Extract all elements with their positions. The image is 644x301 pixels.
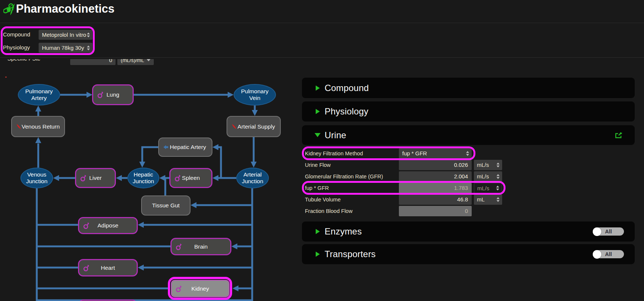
spinner-arrows-icon <box>496 174 500 179</box>
flask-icon <box>83 222 90 229</box>
collapsed-triangle-icon <box>316 85 320 91</box>
node-pulmonary-vein[interactable]: Pulmonary Vein <box>234 84 276 106</box>
clipped-parameter-input[interactable]: 0 <box>70 59 116 65</box>
node-label: Brain <box>194 243 208 250</box>
node-hepatic-artery[interactable]: Hepatic Artery <box>158 137 212 157</box>
fraction-blood-flow-input: 0 <box>399 206 472 216</box>
node-label: Spleen <box>182 175 200 181</box>
node-lung[interactable]: Lung <box>92 84 134 105</box>
field-label-kidney-filtration-method: Kidney Filtration Method <box>305 148 363 159</box>
collapsed-triangle-icon <box>316 252 320 257</box>
node-label: Heart <box>101 265 115 271</box>
node-venous-return[interactable]: Venous Return <box>11 116 65 137</box>
field-label-gfr: Glomerular Filtration Rate (GFR) <box>305 171 383 182</box>
node-label: Venous Junction <box>24 171 50 185</box>
clipped-parameter-row: Specific PStc 0 (mL/s)/mL <box>0 59 186 65</box>
collapsed-triangle-icon <box>316 229 320 234</box>
node-pulmonary-artery[interactable]: Pulmonary Artery <box>18 84 60 106</box>
field-label-urine-flow: Urine Flow <box>305 160 331 170</box>
field-label-tubule-volume: Tubule Volume <box>305 194 341 205</box>
kidney-filtration-method-select[interactable]: fup * GFR <box>399 148 472 159</box>
spinner-arrows-icon <box>496 163 500 168</box>
spinner-arrows-icon <box>87 45 90 50</box>
node-label: Kidney <box>191 285 209 292</box>
node-partial-bottom[interactable] <box>79 300 136 301</box>
section-physiology[interactable]: Physiology <box>302 101 635 122</box>
spinner-arrows-icon <box>496 186 499 191</box>
spinner-arrows-icon <box>496 197 500 202</box>
page-title: Pharmacokinetics <box>16 2 114 16</box>
app-window: Pulmonary Artery Lung Pulmonary Vein Ven… <box>0 0 644 301</box>
top-bar: Pharmacokinetics Compound Metoprolol In … <box>0 0 644 58</box>
transporters-all-toggle[interactable]: All <box>593 250 624 258</box>
spinner-arrows-icon <box>87 32 90 37</box>
tubule-volume-input[interactable]: 46.8 <box>399 194 472 205</box>
node-label: Arterial Supply <box>238 123 275 130</box>
node-kidney[interactable]: Kidney <box>171 280 230 297</box>
toggle-knob <box>593 250 601 259</box>
gfr-input[interactable]: 2.004 <box>399 171 472 182</box>
node-label: Hepatic Artery <box>170 144 206 150</box>
section-compound[interactable]: Compound <box>302 78 635 98</box>
open-external-icon[interactable] <box>615 132 623 139</box>
node-adipose[interactable]: Adipose <box>78 217 138 234</box>
field-label-fup-gfr: fup * GFR <box>305 183 329 193</box>
section-enzymes[interactable]: Enzymes All <box>302 221 635 242</box>
gfr-unit-select[interactable]: mL/s <box>474 171 502 182</box>
node-venous-junction[interactable]: Venous Junction <box>20 168 53 188</box>
node-label: Arterial Junction <box>240 171 266 185</box>
physiology-select[interactable]: Human 78kg 30y <box>39 43 92 53</box>
node-label: Hepatic Junction <box>130 171 156 185</box>
pills-syringe-logo-icon <box>3 3 15 15</box>
fup-gfr-unit-select: mL/s <box>474 183 502 193</box>
expanded-triangle-icon <box>315 133 321 137</box>
flask-icon <box>83 264 90 271</box>
toggle-knob <box>593 227 601 236</box>
node-spleen[interactable]: Spleen <box>169 168 212 188</box>
flask-icon <box>97 91 104 98</box>
node-tissue-gut[interactable]: Tissue Gut <box>141 195 191 216</box>
node-label: Adipose <box>97 222 118 229</box>
node-heart[interactable]: Heart <box>78 259 138 276</box>
node-label: Pulmonary Vein <box>239 88 271 102</box>
section-title: Transporters <box>325 249 376 259</box>
flask-icon <box>175 175 181 182</box>
node-label: Tissue Gut <box>152 202 179 209</box>
node-arterial-supply[interactable]: Arterial Supply <box>227 116 281 137</box>
compound-select-label: Compound <box>3 30 30 39</box>
node-label: Venous Return <box>22 123 60 130</box>
app-header: Pharmacokinetics <box>0 0 644 23</box>
node-arterial-junction[interactable]: Arterial Junction <box>236 168 269 188</box>
spinner-arrows-icon <box>466 151 469 156</box>
clipped-parameter-unit-select[interactable]: (mL/s)/mL <box>117 59 154 65</box>
blue-arrow-icon <box>163 144 169 150</box>
node-brain[interactable]: Brain <box>170 238 231 255</box>
section-title: Enzymes <box>325 226 362 237</box>
node-label: Pulmonary Artery <box>23 88 55 102</box>
node-label: Lung <box>107 91 119 98</box>
red-dot-artifact <box>5 77 7 78</box>
section-title: Compound <box>325 83 369 93</box>
flask-icon <box>80 175 87 182</box>
node-liver[interactable]: Liver <box>75 168 116 188</box>
fup-gfr-input: 1.783 <box>399 183 472 193</box>
compound-select[interactable]: Metoprolol In vitro <box>39 30 92 40</box>
chevron-down-icon <box>147 59 150 61</box>
section-urine[interactable]: Urine <box>302 125 635 145</box>
flask-icon <box>176 285 182 292</box>
flow-arrowheads <box>35 92 258 291</box>
section-title: Physiology <box>325 106 368 117</box>
clipped-parameter-label: Specific PStc <box>7 59 40 64</box>
tubule-volume-unit-select[interactable]: mL <box>474 194 502 205</box>
field-label-fraction-blood-flow: Fraction Blood Flow <box>305 206 352 216</box>
urine-flow-input[interactable]: 0.026 <box>399 160 472 170</box>
flask-icon <box>176 243 182 250</box>
collapsed-triangle-icon <box>316 109 320 114</box>
physiology-select-label: Physiology <box>3 43 30 52</box>
section-transporters[interactable]: Transporters All <box>302 244 635 264</box>
node-hepatic-junction[interactable]: Hepatic Junction <box>127 168 159 188</box>
red-marker-icon <box>231 123 238 130</box>
enzymes-all-toggle[interactable]: All <box>593 227 624 236</box>
node-label: Liver <box>89 175 102 181</box>
urine-flow-unit-select[interactable]: mL/s <box>474 160 502 170</box>
